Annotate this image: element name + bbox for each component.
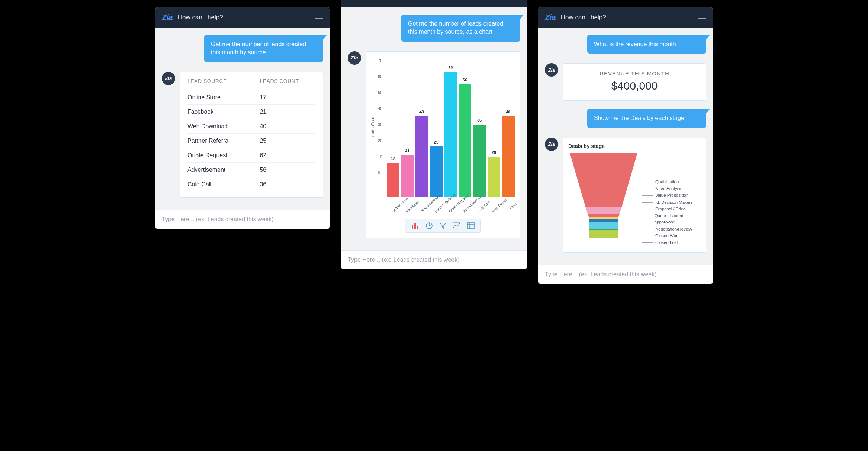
table-row: Quote Request62 (187, 148, 315, 163)
funnel-legend-item: Closed Won (642, 233, 701, 239)
user-message: What is the revenue this month (587, 35, 706, 54)
chart-bar: 40 (415, 116, 428, 197)
user-message: Show me the Deals by each stage (587, 109, 706, 128)
header-title: How can I help? (364, 0, 507, 1)
x-tick-label: Quote Request (448, 202, 460, 213)
svg-marker-9 (585, 207, 622, 214)
svg-rect-1 (414, 223, 416, 229)
table-cell-source: Facebook (187, 109, 260, 115)
table-cell-count: 21 (260, 109, 315, 115)
funnel-legend-item: Quote discount appproved (642, 213, 701, 226)
chart-bar: 21 (401, 155, 414, 197)
y-axis-label: Leads Count (370, 56, 376, 197)
chart-toolbar (405, 219, 481, 233)
input-bar (538, 265, 713, 284)
funnel-legend-item: Value Proposition (642, 192, 701, 199)
table-cell-count: 17 (260, 94, 315, 101)
bot-response-row: Zia Leads Count 706050403020100 17214025… (348, 51, 520, 238)
table-cell-source: Partner Referral (187, 138, 260, 144)
svg-rect-4 (453, 222, 460, 229)
bot-card-revenue: REVENUE THIS MONTH $400,000 (563, 63, 706, 101)
bar-value-label: 17 (391, 156, 395, 161)
funnel-icon[interactable] (440, 222, 446, 229)
table-cell-count: 40 (260, 123, 315, 130)
table-cell-count: 56 (260, 167, 315, 173)
minimize-icon[interactable]: — (315, 16, 323, 20)
table-row: Partner Referral25 (187, 134, 315, 148)
x-tick-label: Online Store (391, 202, 403, 213)
user-message: Get me the number of leads created this … (204, 35, 323, 62)
header-title: How can I help? (561, 14, 693, 21)
bot-card-table: LEAD SOURCE LEADS COUNT Online Store17Fa… (180, 72, 323, 198)
bar-value-label: 40 (506, 110, 511, 114)
x-tick-label: Web Demo (491, 202, 503, 213)
funnel-legend-item: Id. Decision Makers (642, 199, 701, 206)
bot-avatar-icon: Zia (162, 72, 175, 85)
bot-card-funnel: Deals by stage QualificationNeed Analysi… (563, 138, 706, 253)
bar-chart-icon[interactable] (411, 222, 419, 229)
svg-marker-12 (589, 219, 618, 222)
table-row: Cold Call36 (187, 177, 315, 191)
x-tick-label: Web download (419, 202, 432, 213)
chat-body: Get me the number of leads created this … (341, 7, 527, 250)
chart-bar: 40 (502, 116, 515, 197)
funnel-wrap: QualificationNeed AnalysisValue Proposit… (568, 153, 701, 246)
revenue-value: $400,000 (570, 80, 698, 92)
table-cell-source: Quote Request (187, 152, 260, 159)
svg-rect-0 (412, 225, 413, 229)
funnel-chart (568, 153, 639, 238)
chat-input[interactable] (348, 257, 520, 263)
svg-marker-10 (588, 214, 620, 217)
svg-rect-2 (417, 226, 418, 229)
line-chart-icon[interactable] (453, 222, 460, 229)
bot-response-row: Zia Deals by stage QualificationNeed Ana (545, 138, 706, 253)
svg-marker-14 (589, 229, 618, 230)
bar-value-label: 25 (434, 140, 438, 144)
minimize-icon[interactable]: — (698, 16, 706, 20)
bar-value-label: 40 (419, 110, 424, 114)
chat-input[interactable] (162, 216, 323, 223)
funnel-legend: QualificationNeed AnalysisValue Proposit… (642, 153, 701, 246)
svg-rect-5 (467, 223, 474, 229)
chart-bar: 25 (430, 146, 443, 197)
revenue-title: REVENUE THIS MONTH (570, 70, 698, 77)
chat-input[interactable] (545, 271, 706, 278)
bot-avatar-icon: Zia (545, 63, 558, 77)
chat-body: What is the revenue this month Zia REVEN… (538, 28, 713, 265)
funnel-title: Deals by stage (568, 143, 701, 149)
bot-response-row: Zia LEAD SOURCE LEADS COUNT Online Store… (162, 72, 323, 198)
pie-chart-icon[interactable] (425, 222, 433, 229)
table-row: Advertisement56 (187, 163, 315, 177)
svg-marker-8 (570, 153, 637, 207)
y-ticks: 706050403020100 (376, 56, 385, 175)
chat-header: Zia How can I help? — (538, 7, 713, 28)
x-ticks: Online StoreFacebookWeb downloadPartner … (386, 197, 516, 203)
zia-logo-icon: Zia (545, 13, 556, 22)
funnel-legend-item: Need Analysis (642, 186, 701, 192)
svg-marker-11 (589, 217, 618, 219)
zia-logo-icon: Zia (162, 13, 173, 22)
zia-logo-icon: Zia (348, 0, 359, 2)
chart-bar: 56 (459, 84, 471, 197)
chart-plot: 172140256256362040 (385, 56, 516, 197)
table-icon[interactable] (467, 222, 475, 229)
header-title: How can I help? (178, 14, 310, 21)
svg-marker-13 (589, 222, 618, 229)
x-tick-label: Advertisement (462, 202, 475, 213)
input-bar (155, 210, 330, 229)
table-row: Facebook21 (187, 105, 315, 119)
chat-panel-chart: Zia How can I help? — Get me the number … (341, 0, 527, 269)
table-cell-count: 62 (260, 152, 315, 159)
table-cell-count: 25 (260, 138, 315, 144)
user-message: Get me the number of leads created this … (401, 15, 520, 42)
funnel-legend-item: Proposal / Price (642, 206, 701, 212)
table-row: Web Download40 (187, 119, 315, 134)
bot-card-chart: Leads Count 706050403020100 172140256256… (366, 51, 520, 238)
chat-header: Zia How can I help? — (155, 7, 330, 28)
table-header-col2: LEADS COUNT (260, 78, 315, 84)
x-tick-label: Facebook (405, 202, 417, 213)
table-row: Online Store17 (187, 90, 315, 105)
table-cell-source: Cold Call (187, 181, 260, 188)
bot-avatar-icon: Zia (545, 138, 558, 151)
input-bar (341, 250, 527, 269)
